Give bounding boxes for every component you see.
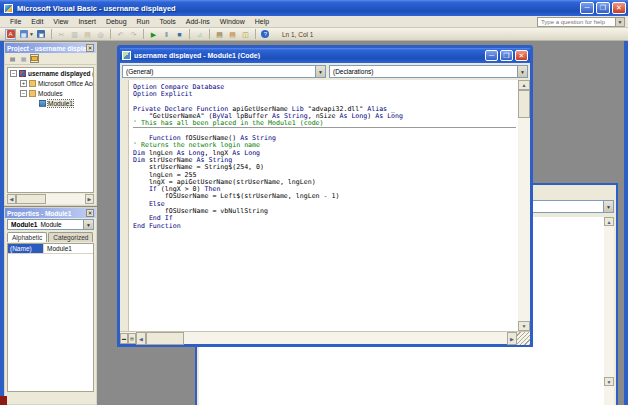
paste-button: ▤	[82, 29, 93, 40]
toolbar-separator	[209, 29, 210, 39]
procedure-combo[interactable]: (Declarations) ▼	[329, 65, 528, 78]
tree-item-label: Modules	[38, 90, 63, 97]
scroll-down-icon[interactable]: ▼	[604, 377, 614, 386]
tab-categorized[interactable]: Categorized	[48, 232, 93, 242]
tree-item-microsoft-office-access-c[interactable]: +Microsoft Office Access C	[8, 78, 93, 88]
chevron-down-icon[interactable]: ▼	[83, 220, 93, 229]
find-button: ◎	[95, 29, 106, 40]
view-code-button[interactable]: ▤	[8, 54, 17, 63]
project-explorer-button[interactable]: ▤	[214, 29, 225, 40]
chevron-down-icon[interactable]: ▼	[517, 66, 527, 77]
tree-item-username-displayed-us[interactable]: −username displayed (us	[8, 68, 93, 78]
scrollbar-thumb[interactable]	[146, 332, 184, 345]
tree-spacer	[30, 100, 37, 107]
expand-icon[interactable]: +	[20, 80, 27, 87]
scrollbar-thumb[interactable]	[518, 90, 530, 118]
object-name: Module1	[11, 221, 37, 228]
tree-item-modules[interactable]: −Modules	[8, 88, 93, 98]
module-icon	[122, 51, 131, 60]
help-button[interactable]: ?	[260, 29, 271, 40]
background-vertical-scrollbar: ▲ ▼	[604, 217, 614, 405]
object-browser-button[interactable]: ◫	[240, 29, 251, 40]
project-tree-horizontal-scrollbar: ◀ ▶	[7, 194, 94, 204]
collapse-icon[interactable]: −	[10, 70, 17, 77]
menu-window[interactable]: Window	[215, 18, 250, 25]
collapse-icon[interactable]: −	[20, 90, 27, 97]
code-editor-area[interactable]: Option Compare DatabaseOption Explicit P…	[120, 80, 530, 331]
scroll-up-icon[interactable]: ▲	[604, 217, 614, 226]
scroll-down-icon[interactable]: ▼	[518, 321, 530, 331]
object-combo-value: (General)	[126, 68, 153, 75]
tab-alphabetic[interactable]: Alphabetic	[7, 232, 47, 242]
menu-addins[interactable]: Add-Ins	[181, 18, 215, 25]
menu-debug[interactable]: Debug	[101, 18, 132, 25]
reset-button[interactable]: ■	[174, 29, 185, 40]
folder-icon	[29, 90, 36, 97]
visual-basic-application: Microsoft Visual Basic - username displa…	[0, 0, 628, 405]
toggle-folders-button[interactable]	[30, 54, 39, 63]
tree-item-label: Module1	[48, 100, 73, 107]
code-window: username displayed - Module1 (Code) ─ ❐ …	[117, 45, 533, 347]
property-value[interactable]: Module1	[44, 244, 93, 253]
close-icon[interactable]: ✕	[86, 209, 94, 217]
menu-help[interactable]: Help	[250, 18, 274, 25]
background-window-edge	[624, 41, 628, 405]
menu-insert[interactable]: Insert	[73, 18, 101, 25]
close-button[interactable]: ✕	[515, 50, 528, 61]
vertical-scrollbar: ▲ ▼	[518, 80, 530, 331]
menu-file[interactable]: File	[5, 18, 26, 25]
module-icon	[39, 100, 46, 107]
menu-edit[interactable]: Edit	[26, 18, 48, 25]
close-button[interactable]: ✕	[612, 2, 626, 14]
minimize-button[interactable]: ─	[580, 2, 594, 14]
close-icon[interactable]: ✕	[86, 44, 94, 52]
procedure-combo-value: (Declarations)	[333, 68, 373, 75]
resize-grip[interactable]	[517, 332, 530, 345]
run-button[interactable]: ▶	[148, 29, 159, 40]
chevron-down-icon[interactable]: ▼	[315, 66, 325, 77]
maximize-button[interactable]: ❐	[596, 2, 610, 14]
insert-userform-button[interactable]: ▦	[18, 29, 29, 40]
object-combo[interactable]: (General) ▼	[122, 65, 326, 78]
toolbar-separator	[255, 29, 256, 39]
property-row[interactable]: (Name)Module1	[8, 244, 93, 254]
break-button[interactable]: ‖	[161, 29, 172, 40]
dropdown-caret-icon[interactable]: ▼	[29, 31, 34, 37]
code-line: fOSUserName = vbNullString	[133, 208, 516, 215]
menu-items: FileEditViewInsertDebugRunToolsAdd-InsWi…	[5, 18, 274, 25]
undo-button: ↶	[115, 29, 126, 40]
scroll-right-icon[interactable]: ▶	[85, 194, 94, 204]
folder-icon	[31, 56, 38, 61]
design-mode-button: ⊿	[194, 29, 205, 40]
view-access-button[interactable]: A	[5, 29, 16, 40]
scroll-left-icon[interactable]: ◀	[136, 332, 146, 345]
code-line: End Function	[133, 223, 516, 230]
procedure-view-button[interactable]: ▬	[120, 333, 128, 344]
project-panel-title-bar: Project - username displayed ✕	[5, 43, 96, 53]
save-button[interactable]: ▣	[36, 29, 47, 40]
minimize-button[interactable]: ─	[485, 50, 498, 61]
object-selector-combo[interactable]: Module1 Module ▼	[7, 219, 94, 230]
menu-tools[interactable]: Tools	[154, 18, 180, 25]
properties-window-button[interactable]: ▤	[227, 29, 238, 40]
property-name[interactable]: (Name)	[8, 244, 44, 253]
menu-run[interactable]: Run	[132, 18, 155, 25]
scroll-right-icon[interactable]: ▶	[507, 332, 517, 345]
scroll-left-icon[interactable]: ◀	[7, 194, 16, 204]
scroll-up-icon[interactable]: ▲	[518, 80, 530, 90]
properties-panel-title: Properties - Module1	[7, 210, 86, 217]
maximize-button[interactable]: ❐	[500, 50, 513, 61]
code-line: fOSUserName = Left$(strUserName, lngLen …	[133, 193, 516, 200]
view-object-button[interactable]: ▦	[19, 54, 28, 63]
toolbar-separator	[110, 29, 111, 39]
copy-button: ▥	[69, 29, 80, 40]
help-search-box[interactable]: Type a question for help ▼	[537, 17, 625, 27]
full-module-view-button[interactable]: ▤	[128, 333, 136, 344]
properties-tabs: AlphabeticCategorized	[5, 231, 96, 242]
menu-view[interactable]: View	[48, 18, 73, 25]
scrollbar-thumb[interactable]	[16, 194, 46, 204]
chevron-down-icon[interactable]: ▼	[603, 201, 613, 212]
chevron-down-icon[interactable]: ▼	[615, 18, 624, 26]
tree-item-module1[interactable]: Module1	[8, 98, 93, 108]
redo-button: ↷	[128, 29, 139, 40]
